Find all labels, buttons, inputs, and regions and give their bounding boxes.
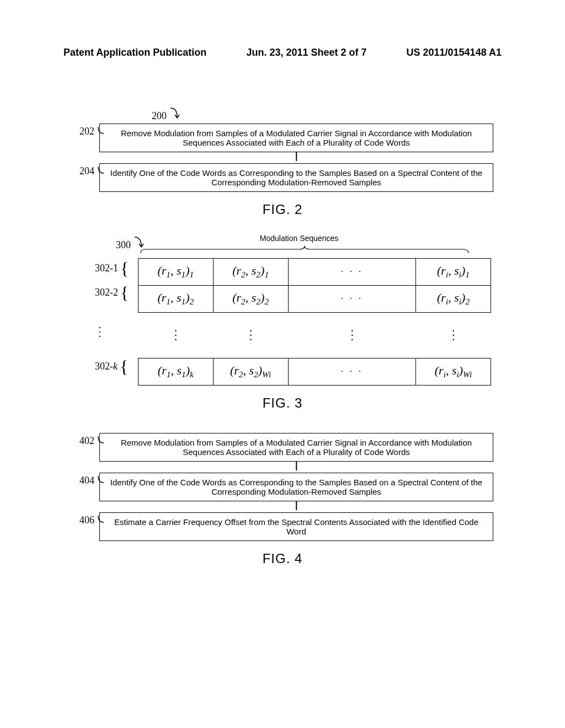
ref-404: 404 bbox=[79, 474, 105, 486]
flowchart-connector bbox=[99, 152, 493, 163]
top-brace bbox=[138, 245, 471, 255]
header-left: Patent Application Publication bbox=[63, 47, 206, 58]
figure-2: 200 202 Remove Modulation from Samples o… bbox=[99, 105, 493, 192]
fig4-label: FIG. 4 bbox=[72, 551, 493, 566]
ref-402: 402 bbox=[79, 434, 105, 447]
flowchart-box-404: Identify One of the Code Words as Corres… bbox=[99, 473, 493, 501]
header-right: US 2011/0154148 A1 bbox=[407, 47, 502, 58]
hook-icon bbox=[97, 435, 105, 445]
ref-200: 200 bbox=[152, 105, 184, 122]
figure-3: 300 Modulation Sequences 302-1{ 302- bbox=[72, 234, 493, 386]
hook-icon bbox=[97, 475, 105, 485]
ref-406: 406 bbox=[79, 513, 105, 526]
fig3-label: FIG. 3 bbox=[72, 395, 493, 411]
ref-202: 202 bbox=[79, 125, 105, 137]
modulation-sequences-label: Modulation Sequences bbox=[105, 234, 493, 243]
hook-icon bbox=[97, 515, 105, 524]
flowchart-box-202: Remove Modulation from Samples of a Modu… bbox=[99, 124, 493, 152]
header-center: Jun. 23, 2011 Sheet 2 of 7 bbox=[246, 47, 366, 58]
flowchart-box-406: Estimate a Carrier Frequency Offset from… bbox=[99, 512, 493, 541]
modulation-matrix: (r1, s1)1 (r2, s2)1 · · · (ri, si)1 (r1,… bbox=[138, 258, 491, 386]
flowchart-box-402: Remove Modulation from Samples of a Modu… bbox=[99, 433, 493, 462]
hook-icon bbox=[97, 126, 105, 136]
ref-302-k: 302-k{ bbox=[95, 361, 128, 372]
figure-4: 402 Remove Modulation from Samples of a … bbox=[99, 433, 493, 541]
ref-302-2: 302-2{ bbox=[95, 287, 129, 298]
ref-302-1: 302-1{ bbox=[95, 263, 129, 274]
row-vdots: ··· bbox=[98, 324, 102, 338]
flowchart-connector bbox=[99, 501, 493, 512]
ref-204: 204 bbox=[79, 164, 105, 177]
flowchart-connector bbox=[99, 462, 493, 473]
hook-arrow-icon bbox=[169, 107, 184, 121]
flowchart-box-204: Identify One of the Code Words as Corres… bbox=[99, 163, 493, 192]
hook-icon bbox=[97, 165, 105, 175]
fig2-label: FIG. 2 bbox=[72, 202, 493, 217]
